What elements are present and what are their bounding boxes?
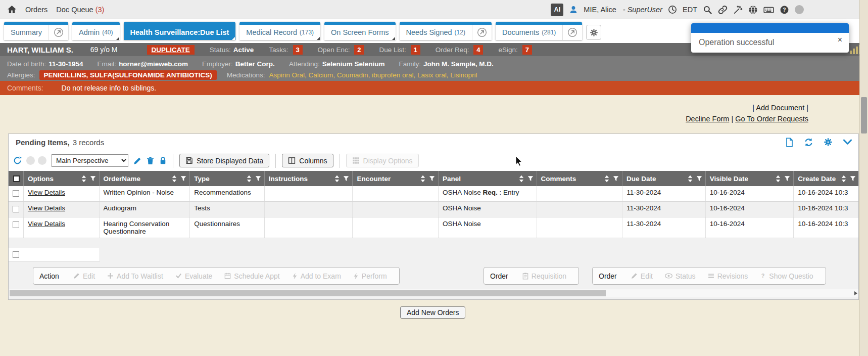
tab-on-screen-forms[interactable]: On Screen Forms (324, 22, 395, 40)
tab-medical-record[interactable]: Medical Record(173) (239, 22, 320, 40)
patient-counter: Order Req:4 (436, 45, 484, 55)
sort-icon[interactable] (841, 175, 846, 183)
filter-icon[interactable] (343, 175, 349, 182)
link-icon[interactable] (718, 5, 728, 15)
column-header-panel[interactable]: Panel (439, 171, 537, 186)
row-checkbox[interactable] (13, 190, 19, 197)
horizontal-scrollbar[interactable] (9, 289, 859, 297)
view-details-link[interactable]: View Details (28, 220, 65, 228)
lock-perspective-icon[interactable] (159, 156, 167, 165)
breadcrumb-doc-queue[interactable]: Doc Queue (3) (56, 6, 104, 14)
select-all-checkbox[interactable] (13, 175, 20, 182)
counter-badge[interactable]: 3 (293, 45, 303, 55)
column-header-options[interactable]: Options (24, 171, 100, 186)
tab-settings-button[interactable] (586, 25, 601, 40)
counter-badge[interactable]: 7 (522, 45, 532, 55)
tab-health-surveillance-due-list[interactable]: Health Surveillance:Due List (124, 22, 236, 40)
panel-cell: OSHA Noise (439, 202, 537, 217)
sort-icon[interactable] (604, 175, 609, 183)
decline-form-link[interactable]: Decline Form (686, 115, 729, 123)
filter-icon[interactable] (429, 175, 435, 182)
globe-icon[interactable] (748, 5, 758, 15)
sort-icon[interactable] (334, 175, 340, 183)
tab-summary[interactable]: Summary (4, 22, 68, 40)
toast-close-icon[interactable]: × (838, 36, 842, 44)
column-header-encounter[interactable]: Encounter (353, 171, 439, 186)
action-group-label[interactable]: Action (39, 272, 59, 280)
column-header-ordername[interactable]: OrderName (100, 171, 190, 186)
view-details-link[interactable]: View Details (28, 189, 65, 196)
filter-icon[interactable] (90, 175, 96, 182)
column-label: OrderName (104, 175, 141, 183)
column-header-comments[interactable]: Comments (537, 171, 623, 186)
filter-icon[interactable] (613, 175, 619, 182)
filter-icon[interactable] (255, 175, 261, 182)
external-link-icon[interactable] (562, 25, 582, 40)
toast-header[interactable] (691, 23, 849, 33)
delete-perspective-trash-icon[interactable] (147, 156, 154, 165)
filter-icon[interactable] (180, 175, 186, 182)
keyboard-icon[interactable] (763, 5, 774, 15)
duplicate-badge[interactable]: DUPLICATE (147, 45, 195, 55)
horizontal-scrollbar-thumb[interactable] (10, 290, 606, 296)
vertical-scrollbar-thumb[interactable] (861, 97, 867, 134)
store-displayed-data-button[interactable]: Store Displayed Data (179, 154, 269, 167)
filter-icon[interactable] (696, 175, 702, 182)
filter-icon[interactable] (527, 175, 534, 182)
breadcrumb-orders[interactable]: Orders (25, 6, 47, 14)
edit-perspective-pencil-icon[interactable] (133, 157, 141, 165)
row-checkbox[interactable] (13, 251, 19, 258)
row-checkbox[interactable] (13, 206, 19, 212)
refresh-icon[interactable] (804, 138, 813, 147)
add-new-orders-button[interactable]: Add New Orders (400, 306, 465, 319)
sort-icon[interactable] (519, 175, 524, 183)
medications-list[interactable]: Aspirin Oral, Calcium, Coumadin, ibuprof… (269, 71, 477, 79)
add-document-link[interactable]: Add Document (756, 104, 804, 112)
scroll-right-arrow[interactable] (854, 291, 857, 295)
counter-badge[interactable]: 4 (473, 45, 483, 55)
tab-admin[interactable]: Admin(40) (72, 22, 119, 40)
clock-icon[interactable] (668, 5, 677, 14)
sort-icon[interactable] (776, 175, 781, 183)
filter-icon[interactable] (850, 175, 856, 182)
avatar[interactable] (795, 5, 804, 14)
panel-gear-icon[interactable] (824, 138, 833, 147)
wand-icon[interactable] (733, 5, 743, 15)
action-group-label[interactable]: Order (599, 272, 617, 280)
sort-icon[interactable] (81, 175, 86, 183)
column-header-create-date[interactable]: Create Date (794, 171, 859, 186)
column-header-instructions[interactable]: Instructions (265, 171, 353, 186)
new-document-icon[interactable] (785, 138, 794, 147)
column-header-type[interactable]: Type (190, 171, 265, 186)
search-icon[interactable] (703, 5, 712, 15)
columns-button[interactable]: Columns (282, 154, 333, 167)
vertical-scrollbar[interactable] (859, 0, 868, 356)
external-link-icon[interactable] (472, 25, 492, 40)
column-header-visible-date[interactable]: Visible Date (706, 171, 794, 186)
column-header-due-date[interactable]: Due Date (622, 171, 706, 186)
sort-icon[interactable] (688, 175, 693, 183)
filter-icon[interactable] (784, 175, 790, 182)
view-details-link[interactable]: View Details (28, 204, 65, 212)
help-icon[interactable]: ? (780, 5, 789, 15)
counter-badge[interactable]: 2 (354, 45, 364, 55)
home-icon[interactable] (7, 5, 17, 14)
perspective-select[interactable]: Main Perspective (52, 154, 128, 167)
ai-badge[interactable]: AI (551, 4, 563, 16)
patient-detail: Employer:Better Corp. (202, 60, 275, 68)
user-name[interactable]: MIE, Alice (584, 6, 616, 14)
sort-icon[interactable] (172, 175, 177, 183)
sort-icon[interactable] (420, 175, 425, 183)
reset-perspective-icon[interactable] (13, 156, 22, 165)
row-checkbox[interactable] (13, 221, 19, 228)
patient-name[interactable]: HART, WILLIAM S. (7, 46, 73, 54)
go-to-order-requests-link[interactable]: Go To Order Requests (735, 115, 808, 123)
tab-needs-signed[interactable]: Needs Signed(12) (400, 22, 492, 40)
tab-documents[interactable]: Documents(281) (496, 22, 582, 40)
external-link-icon[interactable] (49, 25, 68, 40)
counter-badge[interactable]: 1 (411, 45, 420, 55)
collapse-chevron-icon[interactable] (843, 139, 852, 146)
action-group-label[interactable]: Order (490, 272, 508, 280)
sort-icon[interactable] (247, 175, 252, 183)
allergies-badge[interactable]: PENICILLINS, SULFA(SULFONAMIDE ANTIBIOTI… (39, 70, 217, 80)
